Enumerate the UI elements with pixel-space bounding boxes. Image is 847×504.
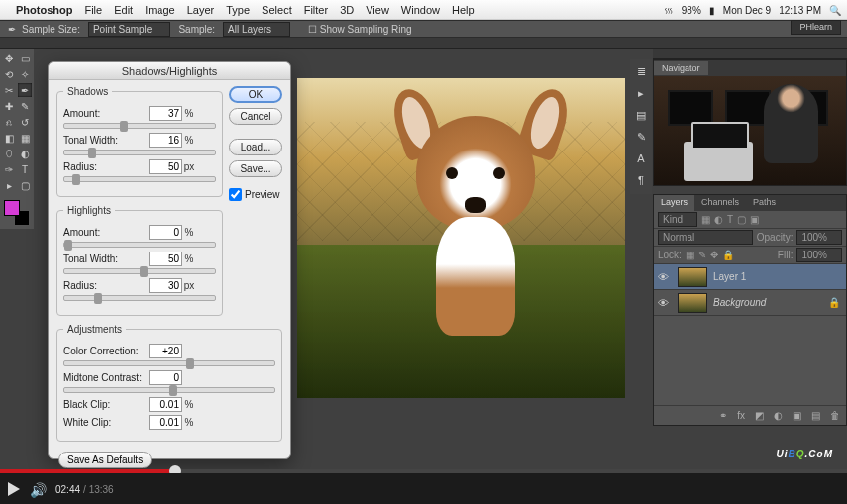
healing-brush-tool-icon[interactable]: ✚	[2, 99, 16, 113]
show-sampling-ring-checkbox[interactable]: ☐ Show Sampling Ring	[308, 24, 412, 35]
save-button[interactable]: Save...	[229, 160, 282, 177]
load-button[interactable]: Load...	[229, 139, 282, 155]
app-menu[interactable]: Photoshop	[16, 4, 72, 16]
layer-thumbnail[interactable]	[678, 267, 707, 287]
magic-wand-tool-icon[interactable]: ✧	[18, 67, 32, 81]
paths-tab[interactable]: Paths	[746, 195, 783, 211]
sample-size-dropdown[interactable]: Point Sample	[88, 22, 170, 37]
properties-panel-icon[interactable]: ▤	[634, 109, 648, 123]
brushes-panel-icon[interactable]: ✎	[634, 131, 648, 145]
highlights-amount-slider[interactable]	[63, 242, 216, 248]
marquee-tool-icon[interactable]: ▭	[18, 51, 32, 65]
save-as-defaults-button[interactable]: Save As Defaults	[58, 452, 152, 468]
menu-filter[interactable]: Filter	[304, 4, 328, 16]
lasso-tool-icon[interactable]: ⟲	[2, 67, 16, 81]
brush-tool-icon[interactable]: ✎	[18, 99, 32, 113]
highlights-radius-slider[interactable]	[63, 295, 216, 301]
visibility-toggle-icon[interactable]: 👁	[654, 271, 672, 283]
filter-type-icon[interactable]: T	[727, 214, 733, 225]
opacity-input[interactable]: 100%	[796, 230, 842, 245]
channels-tab[interactable]: Channels	[694, 195, 746, 211]
lock-pixels-icon[interactable]: ✎	[698, 250, 706, 260]
navigator-tab[interactable]: Navigator	[654, 61, 708, 75]
menu-view[interactable]: View	[366, 4, 389, 16]
delete-layer-icon[interactable]: 🗑	[830, 410, 840, 421]
highlights-tonal-input[interactable]	[149, 252, 182, 266]
menu-file[interactable]: File	[84, 4, 102, 16]
menu-image[interactable]: Image	[145, 4, 175, 16]
fill-input[interactable]: 100%	[796, 248, 842, 262]
layer-filter-kind[interactable]: Kind	[658, 212, 697, 227]
dodge-tool-icon[interactable]: ◐	[18, 147, 32, 160]
shadows-tonal-slider[interactable]	[63, 150, 216, 155]
visibility-toggle-icon[interactable]: 👁	[654, 297, 672, 309]
gradient-tool-icon[interactable]: ▦	[18, 131, 32, 145]
adjustment-layer-icon[interactable]: ◐	[774, 410, 783, 421]
history-panel-icon[interactable]: ≣	[634, 65, 648, 79]
shadows-tonal-input[interactable]	[149, 133, 182, 148]
highlights-tonal-slider[interactable]	[63, 268, 216, 274]
character-panel-icon[interactable]: A	[634, 152, 648, 166]
shadows-radius-slider[interactable]	[63, 176, 216, 182]
navigator-preview[interactable]	[654, 76, 846, 185]
menu-window[interactable]: Window	[401, 4, 440, 16]
sample-dropdown[interactable]: All Layers	[223, 22, 290, 37]
blur-tool-icon[interactable]: ⬯	[2, 147, 16, 160]
workspace-switcher[interactable]: PHlearn	[791, 20, 841, 35]
layer-thumbnail[interactable]	[678, 293, 707, 313]
lock-transparency-icon[interactable]: ▦	[686, 250, 694, 260]
layer-style-icon[interactable]: fx	[737, 410, 745, 421]
wifi-icon[interactable]: ᯾	[664, 5, 674, 16]
menu-help[interactable]: Help	[452, 4, 475, 16]
volume-icon[interactable]: 🔊	[30, 482, 46, 496]
filter-smart-icon[interactable]: ▣	[750, 214, 759, 225]
filter-adjust-icon[interactable]: ◐	[714, 214, 723, 225]
lock-position-icon[interactable]: ✥	[710, 250, 718, 260]
path-select-tool-icon[interactable]: ▸	[2, 178, 16, 192]
layer-name[interactable]: Background	[713, 297, 766, 308]
eraser-tool-icon[interactable]: ◧	[2, 131, 16, 145]
play-button-icon[interactable]	[8, 482, 20, 496]
type-tool-icon[interactable]: T	[18, 162, 32, 176]
document-canvas[interactable]	[297, 78, 625, 398]
crop-tool-icon[interactable]: ✂	[2, 83, 16, 97]
spotlight-icon[interactable]: 🔍	[829, 5, 841, 16]
time[interactable]: 12:13 PM	[779, 5, 821, 16]
eyedropper-tool-icon[interactable]: ✒	[18, 83, 32, 97]
foreground-color-swatch[interactable]	[4, 200, 20, 216]
eyedropper-tool-icon[interactable]: ✒	[8, 24, 16, 35]
layer-name[interactable]: Layer 1	[713, 271, 746, 282]
move-tool-icon[interactable]: ✥	[2, 51, 16, 65]
shadows-radius-input[interactable]	[149, 159, 182, 174]
cancel-button[interactable]: Cancel	[229, 108, 282, 125]
white-clip-input[interactable]	[149, 415, 182, 430]
midtone-contrast-slider[interactable]	[63, 387, 275, 393]
history-brush-tool-icon[interactable]: ↺	[18, 115, 32, 129]
color-correction-input[interactable]	[149, 344, 182, 358]
shape-tool-icon[interactable]: ▢	[18, 178, 32, 192]
menu-3d[interactable]: 3D	[340, 4, 354, 16]
pen-tool-icon[interactable]: ✑	[2, 162, 16, 176]
layer-row[interactable]: 👁 Layer 1	[654, 264, 846, 290]
filter-shape-icon[interactable]: ▢	[737, 214, 746, 225]
highlights-radius-input[interactable]	[149, 278, 182, 293]
lock-all-icon[interactable]: 🔒	[722, 250, 734, 260]
link-layers-icon[interactable]: ⚭	[719, 410, 727, 421]
layer-mask-icon[interactable]: ◩	[755, 410, 764, 421]
midtone-contrast-input[interactable]	[149, 370, 182, 385]
blend-mode-dropdown[interactable]: Normal	[658, 230, 753, 245]
filter-pixel-icon[interactable]: ▦	[701, 214, 710, 225]
menu-layer[interactable]: Layer	[187, 4, 215, 16]
layers-tab[interactable]: Layers	[654, 195, 694, 211]
shadows-amount-slider[interactable]	[63, 123, 216, 129]
menu-edit[interactable]: Edit	[114, 4, 133, 16]
black-clip-input[interactable]	[149, 397, 182, 412]
shadows-amount-input[interactable]	[149, 106, 182, 121]
battery-icon[interactable]: ▮	[709, 5, 715, 16]
paragraph-panel-icon[interactable]: ¶	[634, 174, 648, 188]
date[interactable]: Mon Dec 9	[723, 5, 771, 16]
highlights-amount-input[interactable]	[149, 225, 182, 240]
preview-checkbox[interactable]: Preview	[229, 188, 282, 201]
group-icon[interactable]: ▣	[793, 410, 801, 421]
color-swatches[interactable]	[4, 200, 30, 226]
